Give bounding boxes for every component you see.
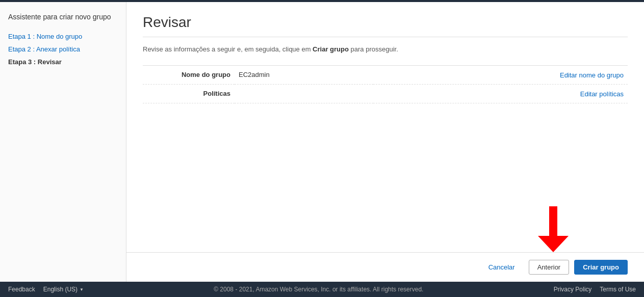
bottom-bar: Feedback English (US) ▼ © 2008 - 2021, A…: [0, 282, 644, 297]
instructions-bold: Criar grupo: [313, 45, 349, 53]
edit-group-name-link[interactable]: Editar nome do grupo: [560, 71, 624, 79]
page-title: Revisar: [143, 14, 628, 31]
previous-button[interactable]: Anterior: [529, 260, 570, 275]
create-group-button[interactable]: Criar grupo: [574, 260, 628, 275]
title-divider: [143, 37, 628, 37]
sidebar-step-2[interactable]: Etapa 2 : Anexar política: [8, 45, 118, 53]
edit-policies-link[interactable]: Editar políticas: [580, 90, 624, 98]
feedback-link[interactable]: Feedback: [8, 286, 35, 293]
bottom-right: Privacy Policy Terms of Use: [554, 286, 636, 293]
instructions-part1: Revise as informações a seguir e, em seg…: [143, 45, 313, 53]
instructions: Revise as informações a seguir e, em seg…: [143, 45, 628, 53]
cancel-button[interactable]: Cancelar: [480, 260, 524, 275]
footer-actions: Cancelar Anterior Criar grupo: [126, 252, 644, 282]
bottom-left: Feedback English (US) ▼: [8, 286, 84, 293]
terms-of-use-link[interactable]: Terms of Use: [600, 286, 636, 293]
sidebar-title: Assistente para criar novo grupo: [8, 12, 118, 22]
step2-link[interactable]: Anexar política: [36, 45, 80, 53]
step2-prefix: Etapa 2 :: [8, 45, 36, 53]
row1-edit-cell: Editar nome do grupo: [373, 66, 628, 85]
content-inner: Revisar Revise as informações a seguir e…: [126, 2, 644, 252]
lang-label: English (US): [43, 286, 78, 293]
row1-value: EC2admin: [235, 66, 373, 85]
content-area: Revisar Revise as informações a seguir e…: [126, 2, 644, 282]
instructions-part2: para prosseguir.: [349, 45, 398, 53]
sidebar-step-3: Etapa 3 : Revisar: [8, 58, 118, 66]
step3-prefix: Etapa 3 :: [8, 58, 38, 66]
privacy-policy-link[interactable]: Privacy Policy: [554, 286, 592, 293]
step1-prefix: Etapa 1 :: [8, 33, 37, 40]
table-row: Políticas Editar políticas: [143, 85, 628, 103]
table-row: Nome do grupo EC2admin Editar nome do gr…: [143, 66, 628, 85]
language-selector[interactable]: English (US) ▼: [43, 286, 84, 293]
sidebar: Assistente para criar novo grupo Etapa 1…: [0, 2, 126, 282]
chevron-down-icon: ▼: [80, 287, 84, 292]
row2-label: Políticas: [143, 85, 235, 103]
review-table: Nome do grupo EC2admin Editar nome do gr…: [143, 65, 628, 103]
row1-label: Nome do grupo: [143, 66, 235, 85]
row2-value: [235, 85, 373, 103]
step1-link[interactable]: Nome do grupo: [37, 33, 83, 40]
step3-label: Revisar: [38, 58, 62, 66]
sidebar-step-1[interactable]: Etapa 1 : Nome do grupo: [8, 33, 118, 40]
copyright-text: © 2008 - 2021, Amazon Web Services, Inc.…: [84, 286, 554, 293]
row2-edit-cell: Editar políticas: [373, 85, 628, 103]
